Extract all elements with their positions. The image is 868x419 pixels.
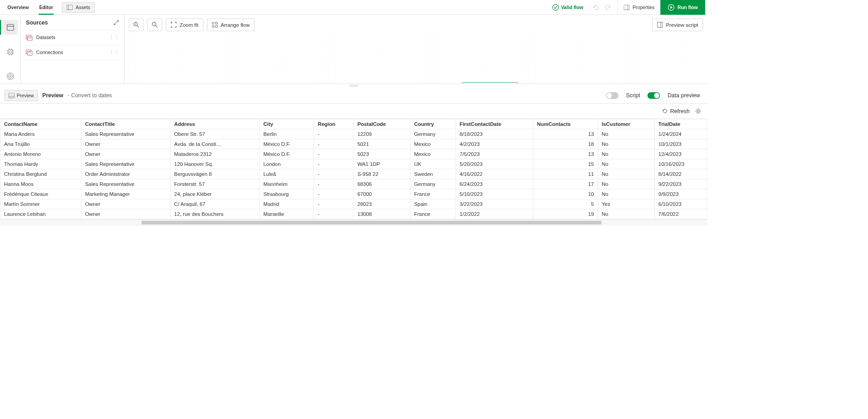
tab-overview[interactable]: Overview (2, 0, 34, 15)
panel-bottom-icon (9, 93, 15, 98)
table-cell: Owner (81, 139, 170, 149)
column-header[interactable]: ContactName (0, 119, 81, 129)
properties-button[interactable]: Properties (617, 0, 660, 15)
table-cell: 10/1/2023 (654, 139, 707, 149)
table-cell: Maria Anders (0, 129, 81, 139)
column-header[interactable]: Address (170, 119, 259, 129)
svg-rect-34 (212, 25, 214, 27)
node-prospect-training[interactable]: Prospect trainingData files target ⋮ OK (462, 82, 518, 84)
table-cell: 1/24/2024 (654, 129, 707, 139)
table-cell: 8/14/2022 (654, 169, 707, 179)
table-cell: 18 (533, 139, 598, 149)
svg-rect-35 (215, 25, 217, 27)
table-cell: 13 (533, 149, 598, 159)
table-cell: 9/22/2023 (654, 179, 707, 189)
refresh-button[interactable]: Refresh (662, 108, 690, 115)
table-cell: - (314, 149, 354, 159)
arrange-flow-button[interactable]: Arrange flow (207, 19, 254, 31)
undo-button[interactable] (589, 1, 602, 14)
table-cell: - (314, 199, 354, 209)
table-settings-button[interactable] (695, 108, 702, 115)
table-cell: Sales Representative (81, 179, 170, 189)
column-header[interactable]: Region (314, 119, 354, 129)
table-cell: No (598, 129, 654, 139)
svg-rect-3 (624, 5, 629, 10)
svg-point-9 (9, 51, 11, 53)
drag-handle-icon[interactable]: ⋮⋮ (109, 50, 119, 55)
table-cell: Spain (410, 199, 456, 209)
rail-processors[interactable] (3, 45, 18, 60)
table-cell: Hanna Moos (0, 179, 81, 189)
table-cell: No (598, 159, 654, 169)
assets-label: Assets (76, 5, 90, 10)
table-cell: 5/10/2023 (456, 189, 533, 199)
sidebar-item-datasets[interactable]: Datasets ⋮⋮ (21, 30, 124, 45)
grip-icon (349, 85, 359, 87)
table-row: Christina BerglundOrder AdministratorBer… (0, 169, 707, 179)
table-cell: 68306 (354, 179, 410, 189)
undo-icon (592, 4, 599, 11)
tab-editor[interactable]: Editor (34, 0, 58, 15)
svg-line-26 (137, 25, 139, 27)
preview-script-label: Preview script (666, 22, 698, 28)
resize-handle[interactable] (0, 84, 708, 87)
table-cell: No (598, 169, 654, 179)
svg-rect-71 (9, 93, 14, 98)
table-cell: Antonio Moreno (0, 149, 81, 159)
script-toggle[interactable] (606, 92, 619, 99)
table-cell: Order Administrator (81, 169, 170, 179)
expand-icon[interactable] (114, 20, 119, 25)
preview-subtitle: - Convert to dates (68, 92, 112, 99)
zoom-in-button[interactable] (129, 19, 144, 31)
arrange-label: Arrange flow (220, 22, 249, 28)
table-cell: - (314, 129, 354, 139)
table-row: Antonio MorenoOwnerMataderos 2312México … (0, 149, 707, 159)
script-icon (657, 22, 663, 28)
column-header[interactable]: NumContacts (533, 119, 598, 129)
assets-button[interactable]: Assets (62, 2, 95, 12)
table-cell: 12209 (354, 129, 410, 139)
play-circle-icon (668, 4, 675, 11)
check-circle-icon (552, 4, 559, 11)
svg-rect-36 (658, 22, 663, 27)
rail-sources[interactable] (3, 20, 18, 35)
column-header[interactable]: Country (410, 119, 456, 129)
table-cell: Owner (81, 199, 170, 209)
table-cell: No (598, 139, 654, 149)
column-header[interactable]: FirstContactDate (456, 119, 533, 129)
table-cell: 7/6/2022 (654, 209, 707, 219)
table-cell: Marseille (259, 209, 314, 219)
preview-toggle-button[interactable]: Preview (5, 90, 38, 101)
table-cell: 5023 (354, 149, 410, 159)
table-cell: Yes (598, 199, 654, 209)
target-icon (6, 73, 14, 80)
column-header[interactable]: PostalCode (354, 119, 410, 129)
table-cell: 7/5/2023 (456, 149, 533, 159)
column-header[interactable]: ContactTitle (81, 119, 170, 129)
zoom-fit-button[interactable]: Zoom fit (166, 19, 203, 31)
column-header[interactable]: TrialDate (654, 119, 707, 129)
flow-canvas[interactable]: prospectsDataset source ⋮ OK Convert to … (125, 35, 708, 84)
column-header[interactable]: IsCustomer (598, 119, 654, 129)
run-flow-button[interactable]: Run flow (660, 0, 705, 15)
redo-button[interactable] (602, 1, 614, 14)
gear-icon (695, 108, 702, 115)
table-cell: Germany (410, 129, 456, 139)
column-header[interactable]: City (259, 119, 314, 129)
table-cell: 120 Hanover Sq. (170, 159, 259, 169)
table-cell: Germany (410, 179, 456, 189)
sidebar-item-connections[interactable]: Connections ⋮⋮ (21, 45, 124, 60)
panel-right-icon (624, 5, 629, 10)
table-cell: Sales Representative (81, 159, 170, 169)
refresh-icon (662, 108, 668, 114)
horizontal-scrollbar[interactable] (0, 219, 708, 226)
zoom-out-button[interactable] (147, 19, 162, 31)
refresh-label: Refresh (670, 108, 690, 115)
table-cell: Forsterstr. 57 (170, 179, 259, 189)
preview-script-button[interactable]: Preview script (652, 19, 703, 31)
table-cell: 15 (533, 159, 598, 169)
data-preview-toggle[interactable] (648, 92, 660, 99)
svg-rect-8 (8, 50, 13, 54)
drag-handle-icon[interactable]: ⋮⋮ (109, 35, 119, 40)
rail-targets[interactable] (3, 69, 18, 84)
